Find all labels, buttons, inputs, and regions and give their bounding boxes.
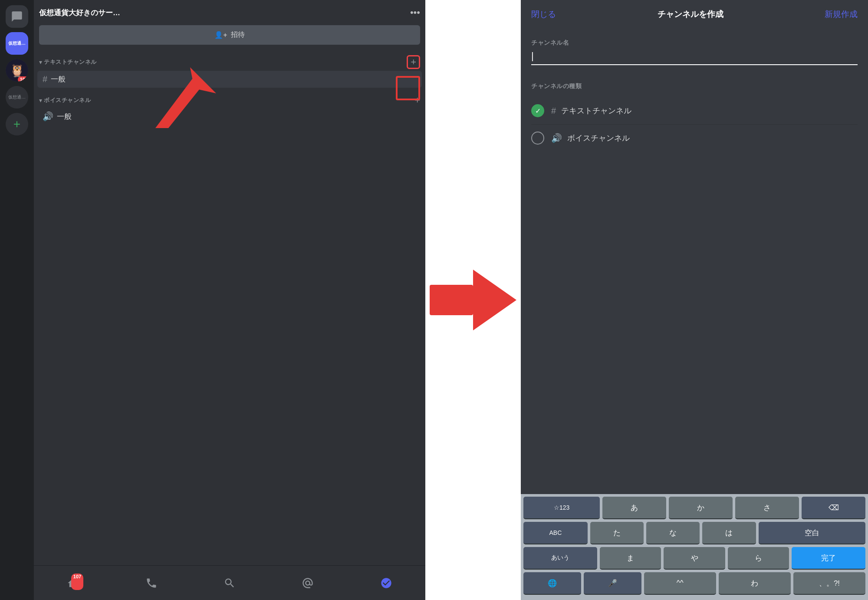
more-button[interactable]: ••• — [410, 7, 420, 18]
nav-mentions[interactable] — [302, 577, 314, 589]
key-sa-label: さ — [763, 503, 771, 513]
sidebar-icon-server3[interactable]: 仮想通… — [6, 86, 28, 109]
backspace-icon: ⌫ — [829, 503, 839, 512]
key-123[interactable]: ☆123 — [523, 497, 600, 519]
key-ta-label: た — [613, 528, 621, 538]
key-ha[interactable]: は — [702, 522, 756, 544]
invite-label: 招待 — [231, 30, 245, 40]
voice-general-name: 一般 — [57, 112, 72, 122]
nav-search[interactable] — [224, 577, 236, 589]
modal-title: チャンネルを作成 — [658, 9, 723, 20]
close-button[interactable]: 閉じる — [531, 9, 556, 20]
key-ka[interactable]: か — [669, 497, 733, 519]
middle-section — [425, 0, 521, 600]
highlight-box — [396, 76, 420, 100]
globe-icon: 🌐 — [548, 579, 557, 588]
key-backspace[interactable]: ⌫ — [802, 497, 865, 519]
key-ka-label: か — [697, 503, 704, 513]
channel-list: 仮想通貨大好きのサー… ••• 👤+ 招待 ▾ テキストチャンネル + # 一般… — [34, 0, 425, 600]
key-caret[interactable]: ^^ — [644, 572, 716, 595]
nav-calls[interactable] — [145, 577, 158, 589]
key-aiu-label: あいう — [551, 554, 569, 562]
text-channel-option-label: テキストチャンネル — [561, 105, 631, 116]
voice-channels-section: ▾ ボイスチャンネル + — [34, 88, 425, 108]
modal-header: 閉じる チャンネルを作成 新規作成 — [521, 0, 868, 29]
key-ra[interactable]: ら — [728, 547, 789, 570]
modal-body: チャンネル名 | チャンネルの種類 ✓ # テキストチャンネル 🔊 ボイスチャン… — [521, 29, 868, 494]
key-ya-label: や — [691, 553, 698, 563]
channel-name-label: チャンネル名 — [531, 39, 858, 47]
sidebar-icon-server2[interactable]: 🦉 107 — [6, 59, 28, 82]
home-badge: 107 — [71, 574, 83, 590]
general-voice-channel[interactable]: 🔊 一般 — [37, 108, 422, 125]
key-punct[interactable]: 、。?! — [793, 572, 865, 595]
keyboard-row-2: ABC た な は 空白 — [523, 522, 865, 544]
server-name: 仮想通貨大好きのサー… — [39, 8, 407, 18]
key-ra-label: ら — [755, 553, 762, 563]
key-aiu[interactable]: あいう — [523, 547, 597, 570]
direction-arrow — [430, 270, 516, 330]
voice-channel-option[interactable]: 🔊 ボイスチャンネル — [531, 125, 858, 152]
sidebar-icon-chat[interactable] — [6, 5, 28, 28]
key-wa-label: わ — [751, 578, 758, 588]
sidebar-icon-add[interactable]: + — [6, 113, 28, 135]
sidebar-icon-server1[interactable]: 仮想通… — [6, 32, 28, 55]
general-text-channel[interactable]: # 一般 — [37, 71, 422, 88]
keyboard-row-3: あいう ま や ら 完了 — [523, 547, 865, 570]
key-space-label: 空白 — [805, 528, 819, 538]
keyboard: ☆123 あ か さ ⌫ ABC た な — [521, 494, 868, 600]
add-icon: + — [13, 117, 20, 131]
key-wa[interactable]: わ — [719, 572, 791, 595]
key-caret-label: ^^ — [677, 579, 684, 587]
voice-channel-option-label: ボイスチャンネル — [567, 133, 630, 143]
keyboard-row-1: ☆123 あ か さ ⌫ — [523, 497, 865, 519]
speaker-icon: 🔊 — [43, 111, 53, 122]
key-mic[interactable]: 🎤 — [584, 572, 641, 595]
general-channel-name: 一般 — [51, 74, 66, 84]
key-sa[interactable]: さ — [735, 497, 799, 519]
key-na[interactable]: な — [646, 522, 700, 544]
key-ta[interactable]: た — [590, 522, 644, 544]
nav-profile[interactable] — [380, 577, 392, 589]
voice-channels-label: ボイスチャンネル — [44, 96, 414, 104]
key-ma-label: ま — [627, 553, 634, 563]
text-channel-option[interactable]: ✓ # テキストチャンネル — [531, 97, 858, 125]
key-a-label: あ — [631, 503, 638, 513]
voice-channel-radio[interactable] — [531, 132, 544, 145]
server2-badge: 107 — [18, 76, 28, 82]
arrow-annotation — [121, 67, 216, 138]
left-panel: 仮想通… 🦉 107 仮想通… + 仮想通貨大好きのサー… ••• 👤+ 招待 — [0, 0, 425, 600]
key-space[interactable]: 空白 — [759, 522, 865, 544]
text-channels-label: テキストチャンネル — [44, 58, 407, 66]
channel-name-input-container: | — [531, 50, 858, 65]
key-punct-label: 、。?! — [819, 578, 840, 588]
keyboard-row-4: 🌐 🎤 ^^ わ 、。?! — [523, 572, 865, 595]
channel-type-section-label: チャンネルの種類 — [531, 82, 858, 90]
text-channels-section: ▾ テキストチャンネル + — [34, 48, 425, 71]
invite-icon: 👤+ — [214, 31, 227, 39]
create-button[interactable]: 新規作成 — [825, 9, 858, 20]
key-ha-label: は — [725, 528, 733, 538]
text-channel-radio[interactable]: ✓ — [531, 104, 544, 117]
key-ya[interactable]: や — [664, 547, 725, 570]
server1-label: 仮想通… — [7, 40, 26, 47]
key-done-label: 完了 — [821, 553, 836, 563]
key-abc[interactable]: ABC — [523, 522, 588, 544]
sidebar: 仮想通… 🦉 107 仮想通… + — [0, 0, 34, 600]
add-text-channel-button[interactable]: + — [407, 55, 420, 69]
right-panel: 閉じる チャンネルを作成 新規作成 チャンネル名 | チャンネルの種類 ✓ # … — [521, 0, 868, 600]
key-globe[interactable]: 🌐 — [523, 572, 581, 595]
key-123-label: ☆123 — [554, 504, 569, 511]
invite-button[interactable]: 👤+ 招待 — [39, 25, 420, 45]
key-done[interactable]: 完了 — [792, 547, 865, 570]
check-icon: ✓ — [535, 107, 541, 115]
key-a[interactable]: あ — [602, 497, 666, 519]
server3-label: 仮想通… — [7, 93, 26, 101]
nav-home[interactable]: 107 — [67, 577, 79, 589]
mic-icon: 🎤 — [608, 579, 617, 588]
key-abc-label: ABC — [549, 529, 562, 536]
key-ma[interactable]: ま — [600, 547, 661, 570]
key-na-label: な — [669, 528, 677, 538]
hash-icon: # — [43, 74, 47, 84]
hash-channel-icon: # — [551, 106, 556, 116]
